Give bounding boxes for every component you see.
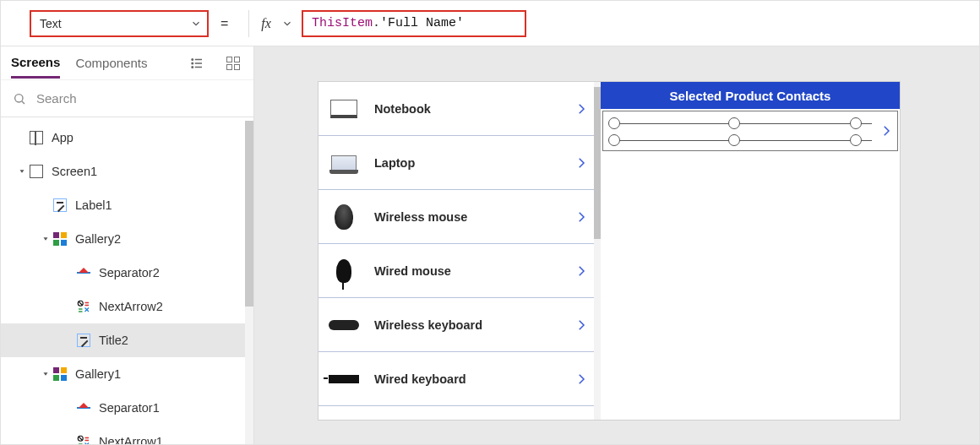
product-title: Notebook <box>374 102 574 116</box>
selection-handle[interactable] <box>728 117 740 129</box>
caret-down-icon[interactable] <box>40 370 52 378</box>
product-thumb <box>327 254 361 288</box>
screen-icon <box>28 163 45 180</box>
chevron-right-icon[interactable] <box>574 317 589 333</box>
scrollbar[interactable] <box>594 82 601 420</box>
product-thumb <box>327 308 361 342</box>
chevron-right-icon[interactable] <box>574 101 589 117</box>
svg-point-4 <box>192 62 193 64</box>
label-icon <box>52 197 68 214</box>
tree-item-screen1[interactable]: Screen1 <box>1 155 245 188</box>
formula-input[interactable]: ThisItem.'Full Name' <box>302 10 526 37</box>
contacts-panel: Selected Product Contacts <box>601 82 900 420</box>
chevron-right-icon[interactable] <box>879 123 894 138</box>
contacts-header: Selected Product Contacts <box>601 82 900 109</box>
equals-sign: = <box>217 16 231 31</box>
gallery2-template[interactable] <box>602 111 898 151</box>
tree-label: NextArrow1 <box>99 435 163 444</box>
chevron-right-icon[interactable] <box>574 372 589 387</box>
chevron-down-icon[interactable] <box>281 18 293 30</box>
tree-label: Gallery1 <box>75 367 121 381</box>
tab-components[interactable]: Components <box>75 49 147 77</box>
fx-label: fx <box>261 16 273 31</box>
canvas[interactable]: Notebook Laptop Wireless mouse Wired mou… <box>254 46 979 444</box>
property-dropdown[interactable]: Text <box>30 10 209 37</box>
tree-item-gallery2[interactable]: Gallery2 <box>1 222 245 256</box>
product-title: Wireless keyboard <box>374 318 574 332</box>
selection-handle[interactable] <box>850 134 862 146</box>
product-thumb <box>327 362 361 396</box>
selection-handle[interactable] <box>608 117 620 129</box>
formula-member: 'Full Name' <box>380 16 464 30</box>
selection-handle[interactable] <box>608 134 620 146</box>
selection-handle[interactable] <box>728 134 740 146</box>
svg-point-3 <box>192 58 193 60</box>
selection-handle[interactable] <box>850 117 862 129</box>
product-title: Wired mouse <box>374 264 574 278</box>
app-screen[interactable]: Notebook Laptop Wireless mouse Wired mou… <box>318 82 900 420</box>
tree-item-nextarrow2[interactable]: NextArrow2 <box>1 290 245 323</box>
panel-tabs: Screens Components <box>1 46 253 80</box>
separator <box>248 10 249 37</box>
list-item[interactable]: Laptop <box>318 136 601 190</box>
chevron-right-icon[interactable] <box>574 155 589 171</box>
tree-label: Separator1 <box>99 401 160 415</box>
tree-label: Label1 <box>75 198 112 212</box>
caret-down-icon[interactable] <box>40 235 52 243</box>
scrollbar-thumb[interactable] <box>245 121 253 307</box>
tree-label: App <box>52 131 74 144</box>
separator-icon <box>75 264 92 281</box>
chevron-right-icon[interactable] <box>574 209 589 225</box>
svg-line-14 <box>79 437 83 441</box>
tree-item-separator2[interactable]: Separator2 <box>1 256 245 290</box>
list-item[interactable]: Wireless mouse <box>318 190 601 244</box>
svg-marker-9 <box>44 237 48 240</box>
tree-item-app[interactable]: App <box>1 121 245 155</box>
nextarrow-icon <box>75 298 92 315</box>
tree-label: Separator2 <box>99 266 160 279</box>
gallery-icon <box>52 366 68 383</box>
caret-down-icon[interactable] <box>16 167 28 176</box>
product-thumb <box>327 146 361 180</box>
list-item[interactable]: Notebook <box>318 82 601 136</box>
svg-marker-12 <box>44 372 48 375</box>
list-item[interactable]: Wireless keyboard <box>318 298 601 352</box>
list-item[interactable]: Wired mouse <box>318 244 601 298</box>
gallery1[interactable]: Notebook Laptop Wireless mouse Wired mou… <box>318 82 601 420</box>
svg-point-6 <box>15 94 23 101</box>
search-icon <box>13 92 26 106</box>
search-row <box>1 80 253 117</box>
formula-dot: . <box>373 16 380 30</box>
nextarrow-icon <box>75 433 92 444</box>
chevron-down-icon <box>190 12 202 35</box>
tree-item-nextarrow1[interactable]: NextArrow1 <box>1 425 245 444</box>
title-icon <box>75 332 92 349</box>
tree-options-icon[interactable] <box>186 52 208 74</box>
tree-label: Title2 <box>99 334 128 347</box>
tab-screens[interactable]: Screens <box>11 48 60 79</box>
product-title: Wireless mouse <box>374 210 574 224</box>
app-icon <box>28 129 45 146</box>
tree-label: Gallery2 <box>75 232 121 246</box>
tree-item-label1[interactable]: Label1 <box>1 188 245 222</box>
product-title: Laptop <box>374 156 574 170</box>
tree-panel: Screens Components <box>1 46 254 444</box>
scrollbar-thumb[interactable] <box>594 87 601 239</box>
chevron-right-icon[interactable] <box>574 263 589 279</box>
search-input[interactable] <box>35 90 242 106</box>
gallery-icon <box>52 231 68 247</box>
tree-item-gallery1[interactable]: Gallery1 <box>1 357 245 391</box>
svg-line-7 <box>22 101 24 104</box>
tree-item-separator1[interactable]: Separator1 <box>1 391 245 425</box>
list-item[interactable]: Wired keyboard <box>318 352 601 406</box>
svg-line-11 <box>79 301 83 306</box>
scrollbar[interactable] <box>245 121 253 444</box>
tree-item-title2[interactable]: Title2 <box>1 323 245 357</box>
tree-label: NextArrow2 <box>99 300 163 313</box>
separator-icon <box>75 399 92 416</box>
grid-view-icon[interactable] <box>223 53 243 73</box>
formula-bar: Text = fx ThisItem.'Full Name' <box>1 1 979 46</box>
property-dropdown-value: Text <box>40 17 62 30</box>
tree: App Screen1 Label1 <box>1 117 253 444</box>
svg-point-5 <box>192 66 193 68</box>
